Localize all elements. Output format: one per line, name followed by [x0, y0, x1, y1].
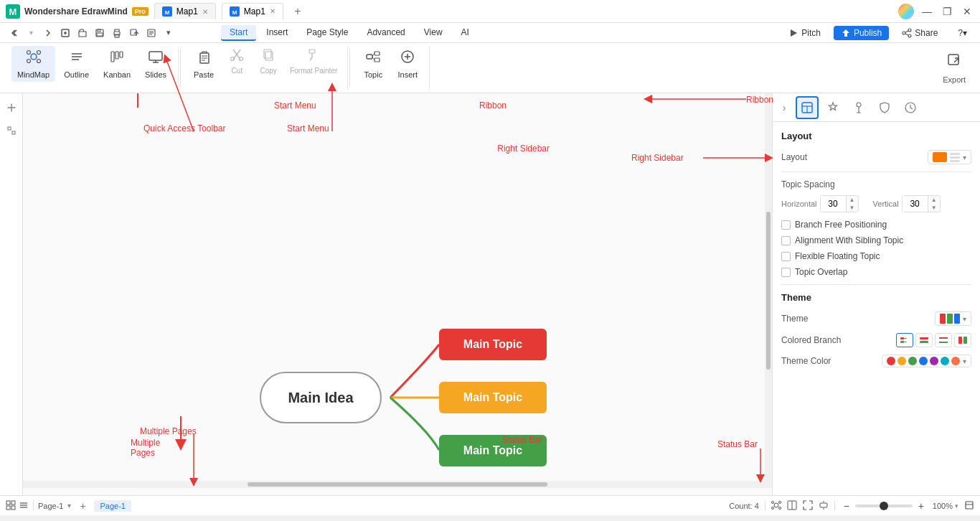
branch-option-3[interactable] — [935, 333, 952, 347]
sidebar-tab-shield[interactable] — [873, 96, 896, 119]
status-icon-fit[interactable] — [819, 500, 829, 512]
active-page-tab[interactable]: Page-1 — [94, 500, 131, 512]
share-button[interactable]: Share — [895, 26, 945, 40]
page-tabs: Page-1 ▾ — [38, 502, 71, 510]
menu-advanced[interactable]: Advanced — [358, 25, 413, 41]
publish-button[interactable]: Publish — [834, 26, 889, 40]
user-avatar[interactable] — [898, 4, 914, 19]
branch-option-1[interactable] — [896, 333, 913, 347]
sidebar-tab-history[interactable] — [899, 96, 922, 119]
color-dot-orange — [897, 357, 906, 365]
tab-close[interactable]: ✕ — [202, 8, 208, 16]
maximize-button[interactable]: ❐ — [940, 4, 954, 19]
topic-button[interactable]: Topic — [357, 46, 389, 82]
svg-point-21 — [908, 34, 911, 37]
more-button[interactable]: ▾ — [161, 25, 176, 41]
cut-button[interactable]: Cut — [222, 46, 251, 76]
pitch-button[interactable]: Pitch — [781, 26, 828, 40]
status-icon-lines[interactable] — [19, 500, 29, 512]
topic-node-red[interactable]: Main Topic — [439, 329, 547, 360]
layout-preview-lines — [950, 153, 960, 162]
menu-insert[interactable]: Insert — [258, 25, 296, 41]
spinner-up-v[interactable]: ▲ — [928, 196, 940, 204]
zoom-slider[interactable] — [855, 504, 913, 507]
tab-map1-inactive[interactable]: M Map1 ✕ — [154, 3, 216, 19]
new-button[interactable] — [57, 25, 73, 41]
cb-alignment[interactable] — [781, 236, 791, 245]
zoom-plus-button[interactable]: + — [915, 500, 927, 512]
export-small-button[interactable] — [126, 25, 142, 41]
cb-overlap[interactable] — [781, 268, 791, 277]
branch-option-2[interactable] — [915, 333, 933, 347]
cb-label-alignment: Alignment With Sibling Topic — [795, 235, 903, 245]
copy-button[interactable]: Copy — [254, 46, 283, 76]
cb-flexible[interactable] — [781, 252, 791, 261]
tab2-close[interactable]: ✕ — [270, 7, 275, 15]
outline-button[interactable]: Outline — [58, 46, 95, 82]
paste-button[interactable]: Paste — [188, 46, 220, 82]
spinner-arrows-v: ▲ ▼ — [928, 196, 940, 212]
zoom-minus-button[interactable]: − — [841, 500, 852, 512]
kanban-button[interactable]: Kanban — [98, 46, 136, 82]
sidebar-tab-ai[interactable] — [821, 96, 844, 119]
menu-start[interactable]: Start — [221, 25, 256, 41]
save-button[interactable] — [92, 25, 108, 41]
export-button[interactable]: Export — [934, 46, 974, 90]
pitch-icon — [788, 28, 798, 38]
redo-button[interactable] — [40, 25, 56, 41]
cb-branch-free[interactable] — [781, 220, 791, 230]
spinner-down-h[interactable]: ▼ — [847, 204, 858, 212]
menu-view[interactable]: View — [415, 25, 451, 41]
status-icon-panel[interactable] — [787, 500, 797, 512]
v-scrollbar-thumb — [766, 212, 771, 370]
canvas-area[interactable]: Main Idea Main Topic Main Topic Main Top… — [23, 93, 772, 495]
vertical-scrollbar[interactable] — [765, 93, 772, 488]
left-icon-move[interactable] — [3, 99, 20, 116]
status-icon-fullscreen[interactable] — [803, 500, 813, 512]
open-button[interactable] — [75, 25, 90, 41]
tab-map1-active[interactable]: M Map1 ✕ — [222, 3, 283, 20]
horizontal-scrollbar[interactable] — [23, 481, 772, 488]
spinner-down-v[interactable]: ▼ — [928, 204, 940, 212]
sidebar-collapse-button[interactable]: › — [776, 99, 793, 116]
new-tab-button[interactable]: + — [289, 3, 306, 20]
minimize-button[interactable]: — — [920, 4, 934, 19]
format-painter-button[interactable]: Format Painter — [286, 46, 341, 76]
undo-dropdown[interactable]: ▾ — [23, 25, 39, 41]
right-sidebar: › Layout Layout — [772, 93, 980, 495]
spacing-controls-row: Horizontal 30 ▲ ▼ Vertical 30 ▲ — [781, 195, 971, 212]
insert-button[interactable]: Insert — [392, 46, 423, 82]
branch-option-4[interactable] — [954, 333, 971, 347]
clock-icon — [904, 101, 917, 114]
help-button[interactable]: ?▾ — [951, 26, 974, 40]
mindmap-button[interactable]: MindMap — [11, 46, 55, 82]
back-button[interactable] — [6, 25, 22, 41]
fullscreen-button[interactable] — [964, 500, 974, 512]
status-icon-grid[interactable] — [6, 500, 16, 512]
horizontal-spinner[interactable]: 30 ▲ ▼ — [820, 195, 859, 212]
spinner-up-h[interactable]: ▲ — [847, 196, 858, 204]
vertical-spacing-label: Vertical — [873, 200, 899, 208]
add-page-button[interactable]: + — [75, 499, 90, 513]
close-button[interactable]: ✕ — [960, 4, 974, 19]
status-icon-mindmap[interactable] — [771, 500, 781, 512]
sidebar-tab-pin[interactable] — [847, 96, 870, 119]
main-idea-node[interactable]: Main Idea — [260, 372, 382, 423]
slides-button[interactable]: Slides — [139, 46, 172, 82]
zoom-level-display[interactable]: 100% ▾ — [933, 502, 958, 510]
topic-node-yellow[interactable]: Main Topic — [439, 382, 547, 413]
menu-page-style[interactable]: Page Style — [298, 25, 357, 41]
horizontal-value: 30 — [821, 196, 847, 212]
vertical-spinner[interactable]: 30 ▲ ▼ — [902, 195, 941, 212]
theme-color-select[interactable]: ▾ — [882, 355, 971, 367]
print-button[interactable] — [109, 25, 125, 41]
note-button[interactable] — [143, 25, 159, 41]
theme-select[interactable]: ▾ — [935, 311, 971, 326]
layout-select[interactable]: ▾ — [928, 150, 971, 164]
multiple-pages-label: Multiple Pages — [131, 438, 160, 458]
page-dropdown[interactable]: ▾ — [67, 502, 71, 510]
zoom-control: − + — [841, 500, 927, 512]
left-icon-fit[interactable] — [3, 122, 20, 139]
menu-ai[interactable]: AI — [453, 25, 478, 41]
sidebar-tab-layout[interactable] — [796, 96, 819, 119]
